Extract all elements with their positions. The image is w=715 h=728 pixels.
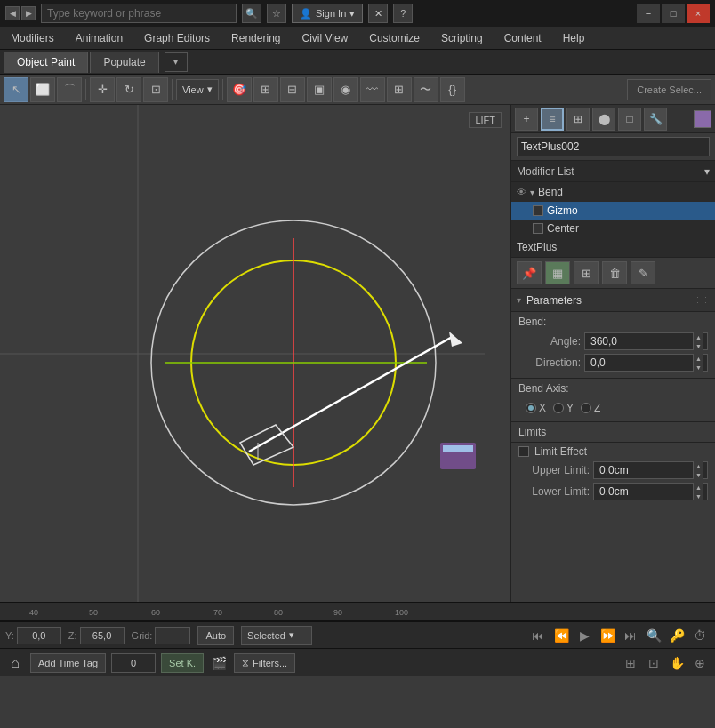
- filters-button[interactable]: ⧖ Filters...: [234, 653, 295, 673]
- curve-editor-btn[interactable]: 〰: [360, 77, 385, 102]
- search-input[interactable]: [41, 4, 237, 23]
- bend-eye-icon[interactable]: 👁: [517, 187, 526, 197]
- modifier-stack-btn[interactable]: ▦: [545, 261, 570, 284]
- modifier-center-row[interactable]: Center: [511, 220, 715, 237]
- delete-modifier-btn[interactable]: 🗑: [602, 261, 627, 284]
- search2-icon[interactable]: 🔍: [644, 626, 663, 645]
- axis-y-item[interactable]: Y: [553, 402, 574, 414]
- limit-effect-checkbox[interactable]: [518, 446, 529, 457]
- menu-modifiers[interactable]: Modifiers: [0, 27, 65, 50]
- angle-down-btn[interactable]: ▼: [693, 341, 703, 350]
- modifier-list-header[interactable]: Modifier List ▾: [511, 161, 715, 182]
- panel-hierarchy-btn[interactable]: ⊞: [566, 108, 590, 131]
- pin-btn[interactable]: 📌: [517, 261, 542, 284]
- panel-modify-btn[interactable]: ≡: [541, 108, 564, 131]
- sign-in-button[interactable]: 👤 Sign In ▾: [292, 4, 363, 23]
- layer-btn[interactable]: ▣: [307, 77, 332, 102]
- timeline-icon1[interactable]: 🎬: [209, 653, 229, 673]
- axis-x-item[interactable]: X: [526, 402, 546, 414]
- close-button[interactable]: ×: [687, 4, 710, 23]
- axis-y-radio[interactable]: [553, 403, 564, 413]
- y-input[interactable]: [17, 627, 61, 644]
- z-input[interactable]: [80, 627, 125, 644]
- search-icon[interactable]: 🔍: [242, 4, 261, 23]
- snap-btn[interactable]: 🎯: [227, 77, 252, 102]
- minimize-button[interactable]: −: [637, 4, 660, 23]
- panel-display-btn[interactable]: □: [618, 108, 641, 131]
- next-frame-btn[interactable]: ⏩: [598, 626, 617, 645]
- add-time-tag-button[interactable]: Add Time Tag: [30, 653, 106, 673]
- create-selection-button[interactable]: Create Selec...: [627, 79, 711, 100]
- move-btn[interactable]: ✛: [90, 77, 115, 102]
- parameters-header[interactable]: ▾ Parameters ⋮⋮: [511, 289, 715, 312]
- key-filter-icon[interactable]: 🔑: [667, 626, 687, 645]
- set-key-button[interactable]: Set K.: [161, 653, 204, 673]
- mirror-btn[interactable]: ⊞: [253, 77, 278, 102]
- back-btn[interactable]: ◀: [5, 6, 20, 20]
- menu-rendering[interactable]: Rendering: [221, 27, 291, 50]
- object-name-field[interactable]: [517, 137, 710, 156]
- panel-create-btn[interactable]: +: [515, 108, 538, 131]
- modifier-bend-row[interactable]: 👁 ▾ Bend: [511, 182, 715, 202]
- settings-btn[interactable]: {}: [440, 77, 465, 102]
- menu-animation[interactable]: Animation: [65, 27, 133, 50]
- upper-limit-down-btn[interactable]: ▼: [693, 470, 703, 479]
- view-dropdown[interactable]: View ▾: [176, 79, 219, 100]
- color-swatch[interactable]: [694, 110, 711, 128]
- menu-civil-view[interactable]: Civil View: [291, 27, 358, 50]
- select-tool-btn[interactable]: ↖: [4, 77, 28, 102]
- modifier-textplus-row[interactable]: TextPlus: [511, 237, 715, 257]
- config-modifier-btn[interactable]: ✎: [631, 261, 655, 284]
- bookmark-icon[interactable]: ☆: [267, 4, 286, 23]
- region-select-btn[interactable]: ⬜: [30, 77, 55, 102]
- menu-graph-editors[interactable]: Graph Editors: [133, 27, 221, 50]
- anim-icon[interactable]: ⏱: [690, 626, 710, 645]
- direction-down-btn[interactable]: ▼: [693, 363, 703, 372]
- frame-input[interactable]: [111, 653, 156, 673]
- play-btn[interactable]: ▶: [574, 626, 594, 645]
- axis-z-radio[interactable]: [581, 403, 591, 413]
- menu-customize[interactable]: Customize: [358, 27, 430, 50]
- modifier-gizmo-row[interactable]: Gizmo: [511, 202, 715, 220]
- menu-content[interactable]: Content: [494, 27, 552, 50]
- tab-menu-btn[interactable]: ▾: [165, 52, 188, 72]
- graph-btn[interactable]: 〜: [414, 77, 438, 102]
- menu-scripting[interactable]: Scripting: [430, 27, 494, 50]
- prev-frame-btn[interactable]: ⏪: [551, 626, 571, 645]
- lower-limit-down-btn[interactable]: ▼: [693, 492, 703, 500]
- tab-populate[interactable]: Populate: [90, 52, 158, 73]
- panel-utilities-btn[interactable]: 🔧: [644, 108, 667, 131]
- panel-motion-btn[interactable]: ⬤: [592, 108, 615, 131]
- scale-btn[interactable]: ⊡: [143, 77, 168, 102]
- tab-object-paint[interactable]: Object Paint: [4, 52, 88, 73]
- selected-dropdown[interactable]: Selected ▾: [241, 626, 312, 645]
- angle-up-btn[interactable]: ▲: [693, 332, 703, 341]
- maximize-button[interactable]: □: [662, 4, 685, 23]
- close-x-icon[interactable]: ✕: [368, 4, 388, 23]
- grid-input[interactable]: [155, 627, 190, 644]
- viewport[interactable]: LIFT: [0, 105, 510, 602]
- tl-icon-btn-4[interactable]: ⊕: [690, 653, 710, 673]
- lower-limit-up-btn[interactable]: ▲: [693, 483, 703, 492]
- jump-end-btn[interactable]: ⏭: [621, 626, 640, 645]
- menu-help[interactable]: Help: [552, 27, 596, 50]
- auto-button[interactable]: Auto: [197, 626, 234, 645]
- tl-icon-btn-3[interactable]: ✋: [667, 653, 687, 673]
- jump-start-btn[interactable]: ⏮: [528, 626, 548, 645]
- lasso-select-btn[interactable]: ⌒: [57, 77, 82, 102]
- tl-icon-btn-2[interactable]: ⊡: [644, 653, 663, 673]
- bend-collapse-arrow[interactable]: ▾: [530, 188, 534, 197]
- upper-limit-up-btn[interactable]: ▲: [693, 461, 703, 470]
- tl-icon-btn-1[interactable]: ⊞: [621, 653, 640, 673]
- fwd-btn[interactable]: ▶: [21, 6, 36, 20]
- timeline-toggle-btn[interactable]: ⌂: [5, 653, 25, 673]
- material-btn[interactable]: ◉: [333, 77, 358, 102]
- align-btn[interactable]: ⊟: [280, 77, 305, 102]
- axis-x-radio[interactable]: [526, 403, 536, 413]
- help-icon[interactable]: ?: [393, 4, 413, 23]
- copy-instance-btn[interactable]: ⊞: [574, 261, 599, 284]
- direction-up-btn[interactable]: ▲: [693, 354, 703, 363]
- rotate-btn[interactable]: ↻: [116, 77, 141, 102]
- schematic-btn[interactable]: ⊞: [387, 77, 412, 102]
- axis-z-item[interactable]: Z: [581, 402, 600, 414]
